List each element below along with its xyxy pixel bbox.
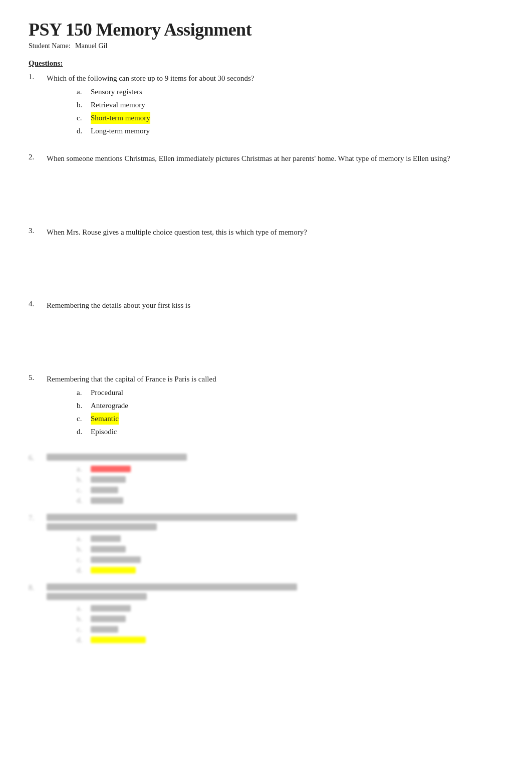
answer-list-1: a. Sensory registers b. Retrieval memory… (77, 86, 503, 137)
blurred-number-7: 7. (29, 514, 47, 576)
answer-text-5d: Episodic (91, 426, 117, 438)
blurred-number-6: 6. (29, 454, 47, 507)
question-text-1: Which of the following can store up to 9… (47, 73, 503, 84)
answer-item-1b: b. Retrieval memory (77, 99, 503, 111)
blurred-question-text-7a (47, 514, 297, 521)
answer-item-1d: d. Long-term memory (77, 125, 503, 137)
question-text-2: When someone mentions Christmas, Ellen i… (47, 153, 503, 164)
blurred-answer-text-6c (91, 487, 118, 493)
answer-letter-5b: b. (77, 400, 91, 412)
question-item-1: 1. Which of the following can store up t… (29, 73, 503, 138)
question-content-2: When someone mentions Christmas, Ellen i… (47, 153, 503, 227)
question-answer-space-3 (47, 240, 503, 300)
question-item-3: 3. When Mrs. Rouse gives a multiple choi… (29, 227, 503, 300)
question-number-5: 5. (29, 373, 47, 439)
blurred-question-text-7b (47, 523, 157, 530)
blurred-answer-6c: c. (77, 486, 187, 494)
blurred-answer-text-8a (91, 605, 131, 612)
question-content-1: Which of the following can store up to 9… (47, 73, 503, 138)
answer-letter-5a: a. (77, 386, 91, 399)
answer-item-1c: c. Short-term memory (77, 112, 503, 124)
question-number-3: 3. (29, 227, 47, 300)
answer-item-5d: d. Episodic (77, 426, 503, 438)
answer-text-1c: Short-term memory (91, 112, 150, 124)
answer-text-5c: Semantic (91, 413, 119, 425)
answer-letter-1c: c. (77, 112, 91, 124)
blurred-answer-text-7b (91, 546, 126, 552)
blurred-answer-8a: a. (77, 604, 297, 613)
question-content-4: Remembering the details about your first… (47, 300, 503, 373)
answer-item-1a: a. Sensory registers (77, 86, 503, 98)
blurred-answer-text-7a (91, 535, 121, 542)
blurred-question-text-8a (47, 583, 297, 591)
blurred-answer-8b: b. (77, 615, 297, 623)
student-name-line: Student Name: Manuel Gil (29, 42, 503, 50)
blurred-answer-text-8c (91, 626, 118, 633)
question-answer-space-2 (47, 166, 503, 227)
blurred-answer-7d: d. (77, 566, 297, 574)
blurred-answer-text-7d (91, 567, 136, 573)
blurred-answer-text-7c (91, 556, 141, 563)
blurred-content-8: a. b. c. d. (47, 583, 297, 646)
answer-item-5c: c. Semantic (77, 413, 503, 425)
questions-label: Questions: (29, 59, 503, 68)
blurred-answer-6d: d. (77, 496, 187, 505)
question-number-4: 4. (29, 300, 47, 373)
answer-text-5b: Anterograde (91, 400, 128, 412)
blurred-answer-8d: d. (77, 636, 297, 644)
question-answer-space-4 (47, 313, 503, 373)
blurred-question-text-6 (47, 454, 187, 461)
answer-letter-1b: b. (77, 99, 91, 111)
blurred-answer-text-8b (91, 616, 126, 622)
blurred-content-6: a. b. c. d. (47, 454, 187, 507)
question-content-3: When Mrs. Rouse gives a multiple choice … (47, 227, 503, 300)
answer-item-5a: a. Procedural (77, 386, 503, 399)
question-item-4: 4. Remembering the details about your fi… (29, 300, 503, 373)
blurred-answer-text-6a (91, 466, 131, 472)
answer-letter-5c: c. (77, 413, 91, 425)
student-name-value: Manuel Gil (75, 42, 107, 50)
blurred-content-7: a. b. c. d. (47, 514, 297, 576)
question-number-1: 1. (29, 73, 47, 138)
blurred-answer-6b: b. (77, 475, 187, 484)
question-number-2: 2. (29, 153, 47, 227)
blurred-answer-7b: b. (77, 545, 297, 553)
answer-text-1d: Long-term memory (91, 125, 150, 137)
blurred-answer-text-6b (91, 476, 126, 483)
question-content-5: Remembering that the capital of France i… (47, 373, 503, 439)
answer-letter-5d: d. (77, 426, 91, 438)
blurred-answer-8c: c. (77, 625, 297, 634)
blurred-answer-text-8d (91, 637, 146, 643)
student-name-label: Student Name: (29, 42, 71, 50)
blurred-section: 6. a. b. c. d. (29, 454, 503, 646)
blurred-answer-text-6d (91, 497, 123, 504)
question-text-5: Remembering that the capital of France i… (47, 373, 503, 385)
blurred-question-text-8b (47, 593, 147, 600)
blurred-question-8: 8. a. b. c. d. (29, 583, 503, 646)
question-text-3: When Mrs. Rouse gives a multiple choice … (47, 227, 503, 238)
answer-letter-1a: a. (77, 86, 91, 98)
answer-item-5b: b. Anterograde (77, 400, 503, 412)
blurred-answer-7a: a. (77, 534, 297, 543)
blurred-question-6: 6. a. b. c. d. (29, 454, 503, 507)
question-item-5: 5. Remembering that the capital of Franc… (29, 373, 503, 439)
answer-text-1b: Retrieval memory (91, 99, 145, 111)
answer-text-5a: Procedural (91, 386, 123, 399)
questions-list: 1. Which of the following can store up t… (29, 73, 503, 439)
blurred-question-7: 7. a. b. c. d. (29, 514, 503, 576)
blurred-answer-6a: a. (77, 465, 187, 473)
answer-letter-1d: d. (77, 125, 91, 137)
question-item-2: 2. When someone mentions Christmas, Elle… (29, 153, 503, 227)
question-text-4: Remembering the details about your first… (47, 300, 503, 311)
blurred-number-8: 8. (29, 583, 47, 646)
page-title: PSY 150 Memory Assignment (29, 20, 503, 40)
answer-text-1a: Sensory registers (91, 86, 142, 98)
blurred-answer-7c: c. (77, 555, 297, 564)
answer-list-5: a. Procedural b. Anterograde c. Semantic… (77, 386, 503, 438)
